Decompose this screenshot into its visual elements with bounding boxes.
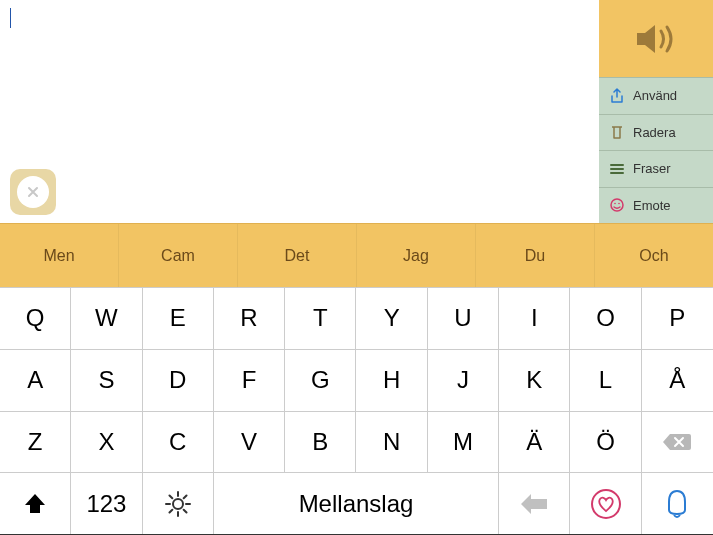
key-e[interactable]: E: [143, 288, 214, 349]
key-shift[interactable]: [0, 473, 71, 534]
key-n[interactable]: N: [356, 412, 427, 473]
key-ae[interactable]: Ä: [499, 412, 570, 473]
close-icon: [17, 176, 49, 208]
suggestion-bar: Men Cam Det Jag Du Och: [0, 223, 713, 287]
svg-point-4: [592, 490, 620, 518]
key-backspace[interactable]: [642, 412, 713, 473]
smile-icon: [609, 197, 625, 213]
action-phrases[interactable]: Fraser: [599, 150, 713, 187]
clear-text-button[interactable]: [10, 169, 56, 215]
key-k[interactable]: K: [499, 350, 570, 411]
action-delete[interactable]: Radera: [599, 114, 713, 151]
key-c[interactable]: C: [143, 412, 214, 473]
key-t[interactable]: T: [285, 288, 356, 349]
suggestion-item[interactable]: Det: [238, 224, 357, 287]
key-v[interactable]: V: [214, 412, 285, 473]
key-notification[interactable]: [642, 473, 713, 534]
svg-point-1: [614, 203, 616, 205]
action-label: Emote: [633, 198, 671, 213]
svg-point-0: [611, 199, 623, 211]
key-i[interactable]: I: [499, 288, 570, 349]
keyboard: Q W E R T Y U I O P A S D F G H J K L Å …: [0, 287, 713, 535]
suggestion-item[interactable]: Men: [0, 224, 119, 287]
speaker-icon: [633, 21, 679, 57]
menu-icon: [609, 161, 625, 177]
key-h[interactable]: H: [356, 350, 427, 411]
key-g[interactable]: G: [285, 350, 356, 411]
key-d[interactable]: D: [143, 350, 214, 411]
suggestion-item[interactable]: Jag: [357, 224, 476, 287]
speak-button[interactable]: [599, 0, 713, 77]
key-back[interactable]: [499, 473, 570, 534]
action-use[interactable]: Använd: [599, 77, 713, 114]
backspace-icon: [662, 431, 692, 453]
key-numbers[interactable]: 123: [71, 473, 142, 534]
key-favorite[interactable]: [570, 473, 641, 534]
right-action-panel: Använd Radera Fraser Emote: [599, 0, 713, 223]
key-s[interactable]: S: [71, 350, 142, 411]
key-u[interactable]: U: [428, 288, 499, 349]
key-m[interactable]: M: [428, 412, 499, 473]
action-label: Använd: [633, 88, 677, 103]
key-r[interactable]: R: [214, 288, 285, 349]
gear-icon: [163, 489, 193, 519]
action-emote[interactable]: Emote: [599, 187, 713, 224]
key-j[interactable]: J: [428, 350, 499, 411]
key-q[interactable]: Q: [0, 288, 71, 349]
svg-point-2: [618, 203, 620, 205]
suggestion-item[interactable]: Cam: [119, 224, 238, 287]
bell-icon: [663, 488, 691, 520]
suggestion-item[interactable]: Du: [476, 224, 595, 287]
key-settings[interactable]: [143, 473, 214, 534]
key-y[interactable]: Y: [356, 288, 427, 349]
heart-icon: [590, 488, 622, 520]
action-label: Radera: [633, 125, 676, 140]
key-x[interactable]: X: [71, 412, 142, 473]
key-f[interactable]: F: [214, 350, 285, 411]
svg-point-3: [173, 499, 183, 509]
key-w[interactable]: W: [71, 288, 142, 349]
text-cursor: [10, 8, 11, 28]
key-aa[interactable]: Å: [642, 350, 713, 411]
key-oe[interactable]: Ö: [570, 412, 641, 473]
action-label: Fraser: [633, 161, 671, 176]
key-space[interactable]: Mellanslag: [214, 473, 499, 534]
arrow-left-icon: [519, 493, 549, 515]
key-b[interactable]: B: [285, 412, 356, 473]
key-l[interactable]: L: [570, 350, 641, 411]
key-z[interactable]: Z: [0, 412, 71, 473]
shift-icon: [22, 491, 48, 517]
key-p[interactable]: P: [642, 288, 713, 349]
share-icon: [609, 88, 625, 104]
trash-icon: [609, 124, 625, 140]
key-a[interactable]: A: [0, 350, 71, 411]
suggestion-item[interactable]: Och: [595, 224, 713, 287]
text-input-area[interactable]: [0, 0, 599, 223]
key-o[interactable]: O: [570, 288, 641, 349]
